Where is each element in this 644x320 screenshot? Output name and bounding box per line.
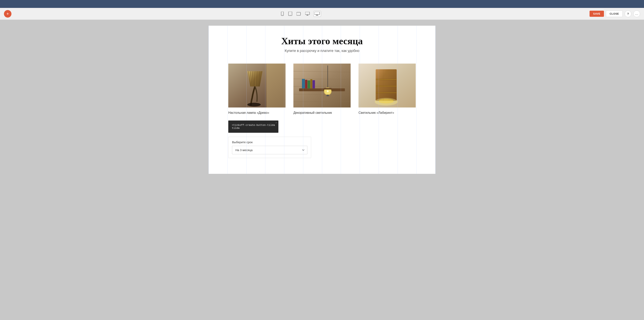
product-name-3: Светильник «Лабиринт»	[358, 111, 416, 115]
svg-point-1	[282, 15, 282, 15]
svg-rect-42	[326, 95, 329, 96]
svg-rect-43	[324, 88, 332, 90]
grid-col-12	[416, 26, 436, 174]
code-block: <tinkoff-create-button-tilda tilda ×	[228, 121, 278, 133]
svg-rect-51	[376, 93, 396, 93]
code-block-text: <tinkoff-create-button-tilda	[232, 124, 275, 127]
term-select[interactable]: На 3 месяца На 6 месяцев На 12 месяцев	[232, 146, 308, 154]
toolbar-right: SAVE CLOSE ? ...	[590, 11, 640, 17]
svg-point-41	[327, 90, 329, 92]
product-image-lamp	[228, 63, 286, 108]
more-button[interactable]: ...	[633, 11, 640, 17]
device-desktop-button[interactable]	[314, 11, 321, 17]
product-name-2: Декоративный светильник	[294, 111, 350, 115]
svg-rect-50	[376, 86, 396, 86]
top-bar	[0, 0, 644, 8]
svg-rect-4	[296, 12, 300, 16]
device-tablet-button[interactable]	[296, 11, 302, 17]
svg-rect-33	[302, 79, 305, 88]
section-title: Хиты этого месяца	[228, 36, 416, 47]
toolbar-center	[280, 11, 321, 17]
code-close-button[interactable]: ×	[276, 122, 277, 124]
toolbar: +	[0, 8, 644, 20]
svg-rect-35	[308, 80, 310, 89]
close-button[interactable]: CLOSE	[606, 11, 623, 17]
product-image-shelf	[294, 63, 350, 108]
svg-rect-36	[310, 79, 312, 88]
product-item-2: Декоративный светильник	[294, 63, 350, 115]
svg-rect-34	[305, 80, 308, 89]
product-item-3: Светильник «Лабиринт»	[358, 63, 416, 115]
svg-rect-15	[266, 64, 286, 107]
canvas-area: Хиты этого месяца Купите в рассрочку и п…	[0, 20, 644, 320]
grid-col-1	[208, 26, 228, 174]
svg-point-53	[379, 99, 394, 104]
product-item-1: Настольная лампа «Древо»	[228, 63, 286, 115]
section-subtitle: Купите в рассрочку и платите так, как уд…	[228, 49, 416, 53]
svg-point-3	[290, 15, 290, 15]
svg-rect-49	[376, 79, 396, 80]
product-image-sconce	[358, 63, 416, 108]
save-button[interactable]: SAVE	[590, 11, 604, 17]
toolbar-left: +	[4, 10, 12, 18]
add-block-button[interactable]: +	[4, 10, 12, 18]
svg-point-5	[300, 14, 301, 14]
select-label: Выберите срок	[232, 140, 308, 144]
svg-rect-32	[299, 89, 345, 92]
device-tablet-small-button[interactable]	[288, 11, 293, 17]
products-grid: Настольная лампа «Древо»	[228, 63, 416, 115]
device-mobile-button[interactable]	[280, 11, 285, 17]
product-name-1: Настольная лампа «Древо»	[228, 111, 286, 115]
page-canvas: Хиты этого месяца Купите в рассрочку и п…	[208, 26, 436, 174]
device-desktop-small-button[interactable]	[304, 11, 311, 17]
code-block-second-line: tilda	[232, 127, 240, 130]
help-button[interactable]: ?	[625, 11, 631, 17]
bottom-section: <tinkoff-create-button-tilda tilda × Выб…	[228, 121, 416, 158]
svg-rect-45	[376, 69, 396, 101]
svg-rect-6	[305, 12, 310, 15]
select-block: Выберите срок На 3 месяца На 6 месяцев Н…	[228, 137, 311, 158]
svg-point-25	[248, 103, 261, 107]
svg-rect-10	[314, 12, 320, 15]
svg-rect-37	[312, 80, 315, 89]
